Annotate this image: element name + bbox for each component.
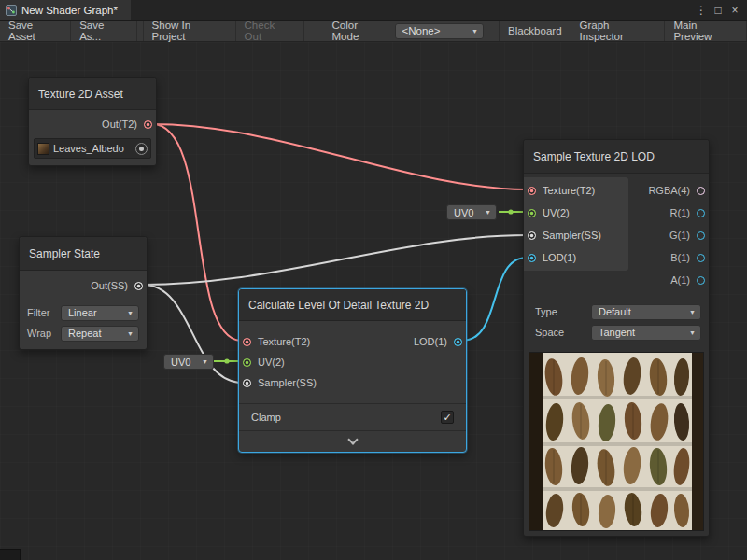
port-in-texture[interactable]	[243, 338, 251, 346]
type-value: Default	[599, 306, 631, 317]
node-texture-2d-asset[interactable]: Texture 2D Asset Out(T2) Leaves_Albedo	[28, 77, 157, 166]
node-title: Texture 2D Asset	[38, 88, 123, 101]
node-title: Sample Texture 2D LOD	[533, 150, 655, 163]
port-label-uv: UV(2)	[258, 357, 285, 368]
window-menu-icon[interactable]: ⋮	[693, 4, 710, 17]
node-header[interactable]: Texture 2D Asset	[29, 78, 156, 110]
port-in-sampler[interactable]	[243, 379, 251, 387]
port-out-b[interactable]	[697, 254, 705, 262]
port-out-a[interactable]	[697, 276, 705, 285]
chevron-down-icon: ▼	[476, 209, 491, 216]
port-label-a: A(1)	[670, 274, 690, 286]
port-in-texture[interactable]	[528, 187, 536, 195]
node-preview-image	[529, 352, 704, 531]
chevron-down-icon: ▼	[119, 310, 134, 316]
bottom-corner-tab	[0, 549, 21, 560]
port-in-uv[interactable]	[528, 209, 536, 217]
port-label-g: G(1)	[669, 230, 690, 241]
port-in-lod[interactable]	[528, 254, 536, 262]
node-collapse-button[interactable]	[239, 431, 466, 452]
port-label-lod: LOD(1)	[543, 252, 576, 263]
graph-inspector-button[interactable]: Graph Inspector	[571, 21, 666, 41]
close-icon[interactable]: ×	[726, 4, 743, 17]
shader-graph-icon	[6, 5, 17, 16]
edge-texture-to-sample-lod[interactable]	[152, 124, 527, 189]
save-asset-button[interactable]: Save Asset	[0, 21, 71, 41]
color-mode-label: Color Mode	[304, 21, 395, 41]
window-tab[interactable]: New Shader Graph*	[0, 0, 131, 20]
wrap-dropdown[interactable]: Repeat ▼	[61, 326, 139, 342]
port-in-uv[interactable]	[243, 358, 251, 367]
shader-graph-toolbar: Save Asset Save As... Show In Project Ch…	[0, 21, 747, 42]
object-picker-icon[interactable]	[135, 143, 148, 155]
node-calculate-lod-texture-2d[interactable]: Calculate Level Of Detail Texture 2D Tex…	[238, 288, 467, 453]
type-dropdown[interactable]: Default ▼	[591, 304, 701, 320]
port-out-lod[interactable]	[454, 338, 462, 346]
type-label: Type	[535, 306, 578, 317]
chevron-down-icon: ▼	[681, 309, 696, 315]
show-in-project-button[interactable]: Show In Project	[143, 21, 236, 41]
color-mode-dropdown[interactable]: <None> ▼	[395, 23, 484, 39]
clamp-checkbox[interactable]: ✓	[441, 411, 454, 424]
node-header[interactable]: Calculate Level Of Detail Texture 2D	[239, 289, 466, 321]
node-header[interactable]: Sample Texture 2D LOD	[524, 140, 709, 174]
check-out-button[interactable]: Check Out	[236, 21, 304, 41]
port-label-sampler: Sampler(SS)	[543, 230, 601, 241]
node-header[interactable]: Sampler State	[20, 237, 147, 271]
save-as-button[interactable]: Save As...	[71, 21, 136, 41]
node-sample-texture-2d-lod[interactable]: Sample Texture 2D LOD Texture(T2) RGBA(4…	[523, 139, 710, 537]
port-label-uv: UV(2)	[543, 207, 570, 218]
space-label: Space	[535, 327, 578, 338]
space-value: Tangent	[599, 327, 635, 338]
filter-dropdown[interactable]: Linear ▼	[61, 305, 139, 321]
clamp-label: Clamp	[251, 412, 441, 423]
uv-connector-dot	[508, 209, 513, 214]
main-preview-button[interactable]: Main Preview	[665, 21, 747, 41]
port-label-out-t2: Out(T2)	[102, 119, 137, 130]
chevron-down-icon: ▼	[681, 329, 696, 336]
port-label-texture: Texture(T2)	[543, 185, 595, 196]
port-label-lod: LOD(1)	[414, 336, 447, 347]
texture-object-name: Leaves_Albedo	[53, 143, 132, 154]
window-title: New Shader Graph*	[21, 5, 118, 16]
uv-channel-value: UV0	[454, 207, 473, 218]
uv-connector-dot	[224, 358, 229, 363]
chevron-down-icon: ▼	[463, 28, 478, 35]
node-title: Sampler State	[29, 247, 100, 260]
wrap-value: Repeat	[68, 328, 101, 339]
uv-channel-dropdown-calc-lod[interactable]: UV0 ▼	[163, 354, 214, 370]
color-mode-value: <None>	[402, 25, 441, 36]
port-label-r: R(1)	[670, 207, 690, 218]
port-in-sampler[interactable]	[528, 231, 536, 240]
port-label-out-ss: Out(SS)	[91, 280, 128, 291]
texture-object-field[interactable]: Leaves_Albedo	[34, 138, 151, 159]
edge-texture-to-calc-lod[interactable]	[152, 124, 242, 341]
check-icon: ✓	[443, 413, 451, 423]
port-label-sampler: Sampler(SS)	[258, 377, 317, 388]
chevron-down-icon: ▼	[193, 358, 208, 365]
wrap-label: Wrap	[27, 328, 61, 339]
filter-value: Linear	[68, 307, 97, 318]
texture-thumbnail	[37, 143, 49, 155]
blackboard-button[interactable]: Blackboard	[499, 21, 571, 41]
node-title: Calculate Level Of Detail Texture 2D	[248, 299, 429, 312]
titlebar: New Shader Graph* ⋮ □ ×	[0, 0, 747, 21]
node-sampler-state[interactable]: Sampler State Out(SS) Filter Linear ▼ Wr…	[19, 236, 148, 350]
uv-channel-value: UV0	[171, 357, 190, 368]
port-label-rgba: RGBA(4)	[648, 185, 690, 196]
port-out-g[interactable]	[697, 231, 705, 240]
chevron-down-icon: ▼	[119, 330, 134, 337]
port-out-texture[interactable]	[144, 120, 152, 129]
port-label-b: B(1)	[670, 252, 690, 263]
port-out-rgba[interactable]	[697, 187, 705, 195]
chevron-down-icon	[347, 434, 358, 444]
uv-channel-dropdown-sample-lod[interactable]: UV0 ▼	[446, 204, 497, 220]
port-label-texture: Texture(T2)	[258, 336, 310, 347]
edge-lod-to-sample-lod[interactable]	[462, 258, 527, 341]
graph-canvas[interactable]: Texture 2D Asset Out(T2) Leaves_Albedo S…	[0, 42, 747, 560]
port-out-sampler[interactable]	[134, 282, 143, 290]
maximize-icon[interactable]: □	[710, 4, 726, 17]
space-dropdown[interactable]: Tangent ▼	[591, 325, 701, 341]
filter-label: Filter	[27, 307, 61, 318]
port-out-r[interactable]	[697, 209, 705, 217]
